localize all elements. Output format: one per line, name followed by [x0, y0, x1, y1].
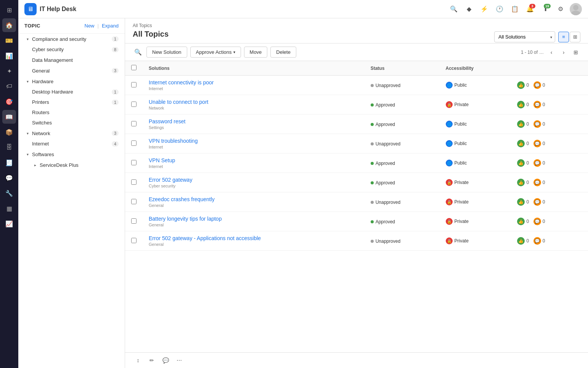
chevron-right-icon: ▸ — [32, 162, 38, 168]
new-solution-button[interactable]: New Solution — [146, 47, 187, 58]
row-checkbox[interactable] — [131, 82, 137, 87]
solution-name-link[interactable]: VPN troubleshooting — [149, 138, 358, 144]
sidebar-item-servicedesk[interactable]: ▸ ServiceDesk Plus — [18, 160, 125, 170]
nav-grid-icon[interactable]: ⊞ — [2, 3, 16, 17]
row-checkbox[interactable] — [131, 121, 137, 126]
solutions-filter-select[interactable]: All Solutions Approved Unapproved — [494, 31, 555, 42]
sidebar-item-compliance[interactable]: ▾ Compliance and security 1 — [18, 34, 125, 44]
sidebar-item-hardware[interactable]: ▾ Hardware — [18, 76, 125, 87]
delete-button[interactable]: Delete — [270, 47, 296, 58]
solution-name-link[interactable]: Battery longevity tips for laptop — [149, 216, 358, 222]
sidebar-item-cyber[interactable]: Cyber security 8 — [18, 44, 125, 55]
nav-box-icon[interactable]: 📦 — [2, 125, 16, 139]
solution-name-link[interactable]: VPN Setup — [149, 157, 358, 163]
solution-name-link[interactable]: Internet connectivity is poor — [149, 79, 358, 86]
comment-icon[interactable]: 💬 — [160, 355, 171, 366]
svg-point-0 — [573, 5, 578, 10]
toolbar-search-icon[interactable]: 🔍 — [133, 47, 143, 58]
history-icon[interactable]: 🕐 — [493, 3, 506, 15]
sidebar-item-general[interactable]: General 3 — [18, 65, 125, 76]
solution-name-link[interactable]: Error 502 gateway — [149, 177, 358, 183]
solution-name-link[interactable]: Unable to connect to port — [149, 99, 358, 105]
row-checkbox[interactable] — [131, 238, 137, 243]
sidebar-item-data[interactable]: Data Management — [18, 55, 125, 65]
page-title: All Topics — [133, 30, 169, 39]
nav-network-icon[interactable]: ✦ — [2, 64, 16, 78]
sidebar-item-internet[interactable]: Internet 4 — [18, 139, 125, 149]
nav-chart-icon[interactable]: 📊 — [2, 49, 16, 63]
nav-wrench-icon[interactable]: 🔧 — [2, 186, 16, 200]
solution-name-link[interactable]: Password reset — [149, 118, 358, 124]
app-logo: 🖥 IT Help Desk — [24, 3, 76, 15]
nav-tag-icon[interactable]: 🏷 — [2, 79, 16, 93]
solution-category: Internet — [149, 145, 358, 149]
row-checkbox[interactable] — [131, 179, 137, 185]
solution-name-cell: Battery longevity tips for laptop Genera… — [143, 212, 365, 231]
header-actions: 🔍 ◆ ⚡ 🕐 📋 🔔 3 ⬆ 19 ⚙ — [448, 3, 582, 15]
approve-actions-button[interactable]: Approve Actions ▾ — [190, 47, 241, 58]
status-badge: Unapproved — [371, 141, 400, 147]
move-button[interactable]: Move — [244, 47, 268, 58]
sidebar-item-switches[interactable]: Switches — [18, 118, 125, 128]
solution-name-link[interactable]: Error 502 gateway - Applications not acc… — [149, 235, 358, 241]
accessibility-badge: 🔒 Private — [446, 237, 469, 244]
notifications-icon[interactable]: 🔔 3 — [524, 3, 536, 15]
sidebar-item-network[interactable]: ▾ Network 3 — [18, 128, 125, 139]
accessibility-cell: 🌐 Public — [440, 76, 511, 95]
row-checkbox[interactable] — [131, 160, 137, 165]
search-icon[interactable]: 🔍 — [448, 3, 460, 15]
lightning-icon[interactable]: ⚡ — [478, 3, 490, 15]
sort-icon[interactable]: ↕ — [133, 355, 143, 366]
row-checkbox[interactable] — [131, 102, 137, 107]
nav-graph-icon[interactable]: 📈 — [2, 217, 16, 231]
updates-icon[interactable]: ⬆ 19 — [539, 3, 551, 15]
votes-cell: 👍 0 💬 0 — [511, 115, 588, 134]
sidebar-item-routers[interactable]: Routers — [18, 107, 125, 118]
vote-up-block: 👍 0 — [517, 101, 532, 108]
grid-view-btn[interactable]: ⊞ — [570, 32, 580, 42]
row-checkbox[interactable] — [131, 199, 137, 204]
vote-comment-count: 0 — [543, 219, 545, 224]
access-icon: 🌐 — [446, 82, 453, 89]
row-checkbox[interactable] — [131, 140, 137, 146]
nav-target-icon[interactable]: 🎯 — [2, 95, 16, 108]
accessibility-badge: 🔒 Private — [446, 101, 469, 108]
nav-invoice-icon[interactable]: 🧾 — [2, 156, 16, 169]
user-avatar[interactable] — [570, 3, 582, 15]
chevron-down-icon: ▾ — [24, 130, 31, 136]
sidebar-item-softwares[interactable]: ▾ Softwares — [18, 149, 125, 160]
list-view-btn[interactable]: ≡ — [558, 32, 569, 42]
app-nav: ⊞ 🏠 🎫 📊 ✦ 🏷 🎯 📖 📦 🗄 🧾 💬 🔧 ▦ 📈 — [0, 0, 18, 368]
sidebar-new-btn[interactable]: New — [85, 23, 95, 29]
nav-chat-icon[interactable]: 💬 — [2, 171, 16, 185]
favorites-icon[interactable]: ◆ — [463, 3, 475, 15]
nav-ticket-icon[interactable]: 🎫 — [2, 34, 16, 47]
votes-col-header — [511, 61, 588, 76]
settings-icon[interactable]: ⚙ — [554, 3, 567, 15]
next-page-btn[interactable]: › — [559, 48, 568, 57]
status-dot — [371, 162, 374, 165]
solution-name-cell: Internet connectivity is poor Internet — [143, 76, 365, 95]
create-icon[interactable]: 📋 — [509, 3, 521, 15]
nav-home-icon[interactable]: 🏠 — [2, 18, 16, 32]
columns-config-btn[interactable]: ⊞ — [571, 48, 580, 57]
prev-page-btn[interactable]: ‹ — [547, 48, 556, 57]
sidebar-expand-btn[interactable]: Expand — [102, 23, 119, 29]
top-header: 🖥 IT Help Desk 🔍 ◆ ⚡ 🕐 📋 🔔 3 ⬆ 19 ⚙ — [18, 0, 588, 18]
status-text: Approved — [376, 219, 395, 224]
notifications-badge: 3 — [529, 4, 535, 8]
sidebar-item-printers[interactable]: Printers 1 — [18, 97, 125, 107]
more-icon[interactable]: ⋯ — [174, 355, 185, 366]
solution-name-cell: VPN Setup Internet — [143, 153, 365, 173]
table-row: Internet connectivity is poor Internet U… — [125, 76, 588, 95]
sidebar-item-desktop[interactable]: Desktop Hardware 1 — [18, 87, 125, 97]
sidebar-item-label: Softwares — [32, 152, 119, 157]
nav-grid2-icon[interactable]: ▦ — [2, 202, 16, 215]
sidebar-item-label: Printers — [32, 99, 112, 105]
solution-name-link[interactable]: Ezeedoc crashes frequently — [149, 196, 358, 202]
nav-book-icon[interactable]: 📖 — [2, 110, 16, 124]
edit-icon[interactable]: ✏ — [146, 355, 157, 366]
row-checkbox[interactable] — [131, 218, 137, 224]
select-all-checkbox[interactable] — [131, 65, 137, 70]
nav-database-icon[interactable]: 🗄 — [2, 140, 16, 154]
